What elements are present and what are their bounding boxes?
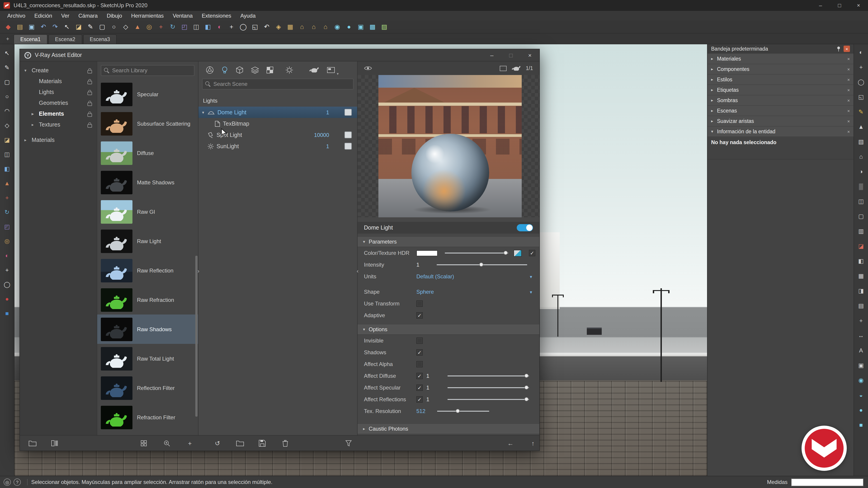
- nav-lights[interactable]: Lights: [20, 87, 97, 98]
- material-raw-light[interactable]: Raw Light: [97, 226, 198, 256]
- offset-tool-icon[interactable]: ◎: [2, 236, 12, 246]
- add-scene-icon[interactable]: +: [4, 35, 12, 43]
- push-pull-tool-icon[interactable]: ▲: [2, 178, 12, 188]
- menu-archivo[interactable]: Archivo: [3, 12, 30, 19]
- look-around-icon[interactable]: ✎: [856, 107, 866, 117]
- zoom-icon[interactable]: ◯: [238, 21, 249, 32]
- 3d-text-icon[interactable]: ▣: [856, 360, 866, 370]
- vray-plane-light-icon[interactable]: ■: [856, 420, 866, 430]
- material-specular[interactable]: Specular: [97, 79, 198, 109]
- affect-specular-checkbox[interactable]: [416, 385, 423, 391]
- material-raw-gi[interactable]: Raw GI: [97, 197, 198, 226]
- texture-enable-checkbox[interactable]: [529, 250, 535, 256]
- dimensions-icon[interactable]: ↔: [856, 330, 866, 340]
- tray-header[interactable]: Bandeja predeterminada ×: [708, 44, 854, 53]
- save-asset-icon[interactable]: [258, 439, 267, 448]
- affect-reflections-value[interactable]: 1: [426, 396, 429, 402]
- tray-section-escenas[interactable]: ▸ Escenas ×: [708, 106, 854, 116]
- text-icon[interactable]: A: [856, 345, 866, 355]
- monochrome-icon[interactable]: ◨: [856, 286, 866, 295]
- import-asset-icon[interactable]: [236, 439, 245, 448]
- tex-resolution-slider[interactable]: [437, 409, 489, 414]
- filter-icon[interactable]: [344, 439, 353, 448]
- tape-measure-tool-icon[interactable]: ◫: [2, 149, 12, 159]
- tray-section-sombras[interactable]: ▸ Sombras ×: [708, 95, 854, 105]
- select-tool-icon[interactable]: ↖: [2, 48, 12, 58]
- vray-dome-icon[interactable]: ◒: [856, 390, 866, 400]
- vray-light-icon[interactable]: ◉: [856, 375, 866, 385]
- back-view-icon[interactable]: ⌂: [320, 21, 331, 32]
- menu-ayuda[interactable]: Ayuda: [236, 12, 260, 19]
- material-diffuse[interactable]: Diffuse: [97, 138, 198, 168]
- nav-elements[interactable]: ▸ Elements: [20, 108, 97, 119]
- affect-specular-slider[interactable]: [447, 385, 529, 390]
- select-icon[interactable]: ↖: [61, 21, 72, 32]
- dropdown-caret-icon[interactable]: ▾: [337, 72, 339, 76]
- preview-visibility-eye-icon[interactable]: [364, 66, 372, 71]
- collapse-left-icon[interactable]: ←: [506, 439, 515, 448]
- vray-sphere-light-icon[interactable]: ●: [856, 405, 866, 415]
- material-reflection-filter[interactable]: Reflection Filter: [97, 373, 198, 402]
- circle-icon[interactable]: ○: [108, 21, 119, 32]
- eraser-icon[interactable]: ◪: [73, 21, 84, 32]
- orbit-icon[interactable]: ◐: [214, 21, 225, 32]
- use-transform-checkbox[interactable]: [416, 300, 423, 307]
- material-raw-shadows[interactable]: Raw Shadows: [97, 315, 198, 344]
- fog-icon[interactable]: ▒: [856, 181, 866, 191]
- orbit-panel-icon[interactable]: ◐: [856, 47, 866, 57]
- line-icon[interactable]: ✎: [85, 21, 96, 32]
- open-library-icon[interactable]: [28, 439, 37, 448]
- arc-tool-icon[interactable]: ◠: [2, 106, 12, 116]
- axes-icon[interactable]: +: [856, 315, 866, 325]
- tree-row-texbitmap[interactable]: TexBitmap: [198, 118, 357, 129]
- tab-escena2[interactable]: Escena2: [49, 34, 82, 44]
- intensity-value[interactable]: 1: [416, 262, 419, 268]
- preview-frame-icon[interactable]: [500, 65, 507, 71]
- tree-row-dome-light[interactable]: ▾ Dome Light 1: [198, 107, 357, 118]
- tray-section-suavizar-aristas[interactable]: ▸ Suavizar aristas ×: [708, 116, 854, 126]
- chevron-down-icon[interactable]: ▾: [530, 289, 532, 294]
- add-asset-icon[interactable]: +: [185, 439, 194, 448]
- pan-panel-icon[interactable]: +: [856, 62, 866, 72]
- collapse-scene-chevron-icon[interactable]: ‹: [354, 265, 361, 278]
- menu-edicion[interactable]: Edición: [30, 12, 57, 19]
- vray-render-icon[interactable]: ●: [344, 21, 354, 32]
- close-button[interactable]: ×: [849, 0, 868, 11]
- open-icon[interactable]: ▤: [14, 21, 25, 32]
- new-icon[interactable]: ◆: [3, 21, 13, 32]
- caret-down-icon[interactable]: ▾: [202, 110, 208, 115]
- close-icon[interactable]: ×: [847, 129, 850, 134]
- vray-maximize-button[interactable]: □: [501, 49, 520, 61]
- nav-textures[interactable]: ▸ Textures: [20, 119, 97, 130]
- chevron-down-icon[interactable]: ▾: [530, 274, 532, 279]
- vray-asset-editor-icon[interactable]: ◉: [332, 21, 343, 32]
- undo-icon[interactable]: ↶: [38, 21, 49, 32]
- top-view-icon[interactable]: ▦: [285, 21, 296, 32]
- close-icon[interactable]: ×: [847, 88, 850, 92]
- rotate-icon[interactable]: ↻: [167, 21, 178, 32]
- nav-materials-root[interactable]: ▸ Materials: [20, 135, 97, 145]
- tray-section-materiales[interactable]: ▸ Materiales ×: [708, 54, 854, 64]
- eraser-tool-icon[interactable]: ◪: [2, 135, 12, 144]
- close-icon[interactable]: ×: [847, 67, 850, 72]
- vray-material-icon[interactable]: ■: [2, 308, 12, 318]
- caustic-photons-section-header[interactable]: ▸ Caustic Photons: [358, 423, 539, 434]
- nav-geometries[interactable]: Geometries: [20, 98, 97, 108]
- shape-select[interactable]: Sphere: [416, 289, 434, 295]
- xray-icon[interactable]: ◫: [856, 196, 866, 206]
- pin-icon[interactable]: [836, 46, 841, 52]
- walk-icon[interactable]: ▲: [856, 122, 866, 131]
- texture-slot-icon[interactable]: [514, 250, 522, 256]
- vray-sphere-icon[interactable]: ●: [2, 294, 12, 304]
- intensity-slider[interactable]: [436, 262, 527, 267]
- affect-alpha-checkbox[interactable]: [416, 361, 423, 367]
- scale-tool-icon[interactable]: ◰: [2, 221, 12, 231]
- menu-herramientas[interactable]: Herramientas: [127, 12, 168, 19]
- adaptive-checkbox[interactable]: [416, 312, 423, 319]
- zoom-panel-icon[interactable]: ◯: [856, 77, 866, 87]
- minimize-button[interactable]: –: [811, 0, 830, 11]
- rotate-tool-icon[interactable]: ↻: [2, 207, 12, 217]
- parameters-section-header[interactable]: ▾ Parameters: [358, 236, 539, 247]
- tray-close-icon[interactable]: ×: [844, 46, 850, 52]
- affect-diffuse-slider[interactable]: [447, 373, 529, 379]
